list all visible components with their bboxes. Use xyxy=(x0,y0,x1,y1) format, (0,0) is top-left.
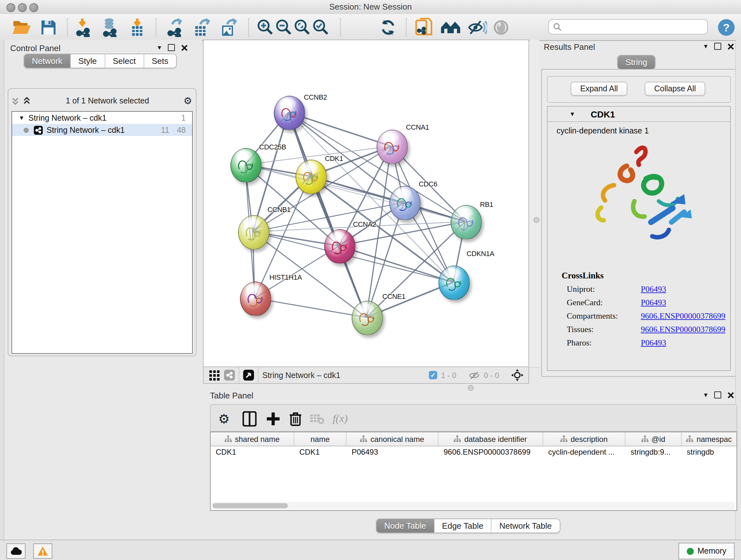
tab-edge-table[interactable]: Edge Table xyxy=(434,519,492,533)
refresh-icon[interactable] xyxy=(378,17,398,38)
network-node-cdc25b[interactable] xyxy=(230,148,261,183)
protein-section-header[interactable]: ▾ CDK1 xyxy=(548,107,730,122)
string-view-icon[interactable] xyxy=(224,370,235,381)
column-header-description[interactable]: description xyxy=(543,432,625,446)
birdseye-view-icon[interactable] xyxy=(243,370,254,381)
network-collection-row[interactable]: ▾ String Network – cdk1 1 xyxy=(12,112,192,124)
grid-view-icon[interactable] xyxy=(209,370,219,380)
float-panel-icon[interactable]: ▾ xyxy=(704,43,708,50)
export-table-icon[interactable] xyxy=(192,17,212,38)
expand-all-networks-icon[interactable] xyxy=(22,97,31,105)
tab-string[interactable]: String xyxy=(618,56,655,69)
save-session-icon[interactable] xyxy=(38,17,59,38)
close-panel-icon[interactable] xyxy=(727,43,734,50)
network-view[interactable]: CCNB2CCNA1CDC25BCDK1CDC6RB1CCNB1CCNA2CDK… xyxy=(203,40,529,367)
column-header-namespac[interactable]: namespac xyxy=(682,432,737,446)
horizontal-splitter-handle[interactable] xyxy=(468,385,474,391)
table-cell[interactable]: stringdb:9... xyxy=(625,446,682,458)
network-node-ccne1[interactable] xyxy=(351,301,383,335)
tab-node-table[interactable]: Node Table xyxy=(377,519,434,533)
network-node-cdc6[interactable] xyxy=(389,186,420,220)
column-header--id[interactable]: @id xyxy=(625,432,682,446)
crosslink-value-link[interactable]: 9606.ENSP00000378699 xyxy=(641,324,725,334)
crosslink-value-link[interactable]: P06493 xyxy=(641,338,666,348)
close-panel-icon[interactable] xyxy=(181,44,187,51)
toolbar-search-field[interactable] xyxy=(548,19,708,35)
table-options-gear-icon[interactable]: ⚙ xyxy=(214,409,233,428)
open-in-cytoscape-web-icon[interactable] xyxy=(414,17,434,38)
table-cell[interactable]: stringdb xyxy=(682,446,737,458)
collapse-all-button[interactable]: Collapse All xyxy=(645,82,705,96)
fit-content-crosshair-icon[interactable] xyxy=(511,369,523,381)
tab-style[interactable]: Style xyxy=(71,54,105,68)
import-network-file-icon[interactable] xyxy=(73,17,94,38)
table-cell[interactable]: CDK1 xyxy=(294,446,347,458)
export-network-icon[interactable] xyxy=(165,17,185,38)
table-row[interactable]: CDK1CDK1P064939606.ENSP00000378699cyclin… xyxy=(211,446,737,458)
tab-network[interactable]: Network xyxy=(24,54,71,68)
delete-row-trash-icon[interactable] xyxy=(286,409,305,428)
expand-all-button[interactable]: Expand All xyxy=(570,82,627,96)
scrollbar-thumb[interactable] xyxy=(212,503,288,508)
close-panel-icon[interactable] xyxy=(727,392,734,398)
crosslink-value-link[interactable]: P06493 xyxy=(641,284,666,294)
warnings-button[interactable] xyxy=(33,543,52,559)
open-folder-icon[interactable] xyxy=(11,17,32,38)
zoom-out-icon[interactable] xyxy=(274,17,294,38)
import-table-file-icon[interactable] xyxy=(127,17,147,38)
node-label-ccna1: CCNA1 xyxy=(406,123,429,131)
undock-panel-icon[interactable] xyxy=(714,43,721,50)
network-node-hist1h1a[interactable] xyxy=(240,282,271,316)
float-panel-icon[interactable]: ▾ xyxy=(704,391,708,398)
undock-panel-icon[interactable] xyxy=(714,391,721,398)
vertical-splitter-dot[interactable] xyxy=(534,217,539,223)
network-node-ccnb1[interactable] xyxy=(238,215,269,250)
return-to-home-icon[interactable] xyxy=(441,17,461,38)
table-cell[interactable]: cyclin-dependent ... xyxy=(543,446,625,458)
float-panel-icon[interactable]: ▾ xyxy=(158,44,161,51)
panel-divider-gutter[interactable] xyxy=(530,40,539,368)
table-horizontal-scrollbar[interactable] xyxy=(211,502,735,509)
memory-button[interactable]: Memory xyxy=(678,543,735,559)
collapse-all-networks-icon[interactable] xyxy=(11,97,20,105)
import-network-database-icon[interactable] xyxy=(100,17,121,38)
zoom-fit-icon[interactable] xyxy=(292,17,313,38)
column-header-canonical-name[interactable]: canonical name xyxy=(347,432,439,446)
hide-analysis-icon[interactable] xyxy=(467,17,488,38)
crosslink-value-link[interactable]: P06493 xyxy=(641,298,666,308)
collection-expand-icon[interactable]: ▾ xyxy=(20,114,23,121)
column-header-database-identifier[interactable]: database identifier xyxy=(439,432,543,446)
node-label-ccna2: CCNA2 xyxy=(353,220,376,228)
column-header-shared-name[interactable]: shared name xyxy=(211,432,294,446)
show-graphics-details-icon[interactable] xyxy=(491,17,511,38)
node-label-ccne1: CCNE1 xyxy=(382,293,406,300)
network-node-ccnb2[interactable] xyxy=(273,96,305,130)
tab-select[interactable]: Select xyxy=(105,54,144,68)
crosslink-value-link[interactable]: 9606.ENSP00000378699 xyxy=(641,311,725,321)
selected-checkbox-icon[interactable]: ✓ xyxy=(429,371,437,379)
table-cell[interactable]: P06493 xyxy=(347,446,439,458)
network-options-gear-icon[interactable]: ⚙ xyxy=(184,95,192,107)
tab-network-table[interactable]: Network Table xyxy=(492,519,559,533)
export-image-icon[interactable] xyxy=(218,17,239,38)
node-label-rb1: RB1 xyxy=(480,200,493,208)
tab-sets[interactable]: Sets xyxy=(144,54,176,68)
network-node-cdkn1a[interactable] xyxy=(438,266,469,300)
section-collapse-icon[interactable]: ▾ xyxy=(570,111,574,118)
network-node-ccna1[interactable] xyxy=(376,130,408,164)
network-node-rb1[interactable] xyxy=(450,205,482,240)
column-header-name[interactable]: name xyxy=(294,432,347,446)
table-cell[interactable]: CDK1 xyxy=(211,446,294,458)
undock-panel-icon[interactable] xyxy=(167,44,175,51)
help-icon[interactable]: ? xyxy=(716,17,737,38)
zoom-selected-icon[interactable] xyxy=(311,17,331,38)
show-columns-icon[interactable] xyxy=(240,409,259,428)
add-column-icon[interactable] xyxy=(264,409,283,428)
network-row[interactable]: String Network – cdk1 11 48 xyxy=(12,124,192,136)
zoom-in-icon[interactable] xyxy=(255,17,276,38)
network-node-cdk1[interactable] xyxy=(295,160,327,194)
network-node-ccna2[interactable] xyxy=(324,229,355,264)
table-cell[interactable]: 9606.ENSP00000378699 xyxy=(439,446,543,458)
node-table[interactable]: shared namenamecanonical namedatabase id… xyxy=(210,432,737,511)
cloud-button[interactable] xyxy=(6,543,25,559)
